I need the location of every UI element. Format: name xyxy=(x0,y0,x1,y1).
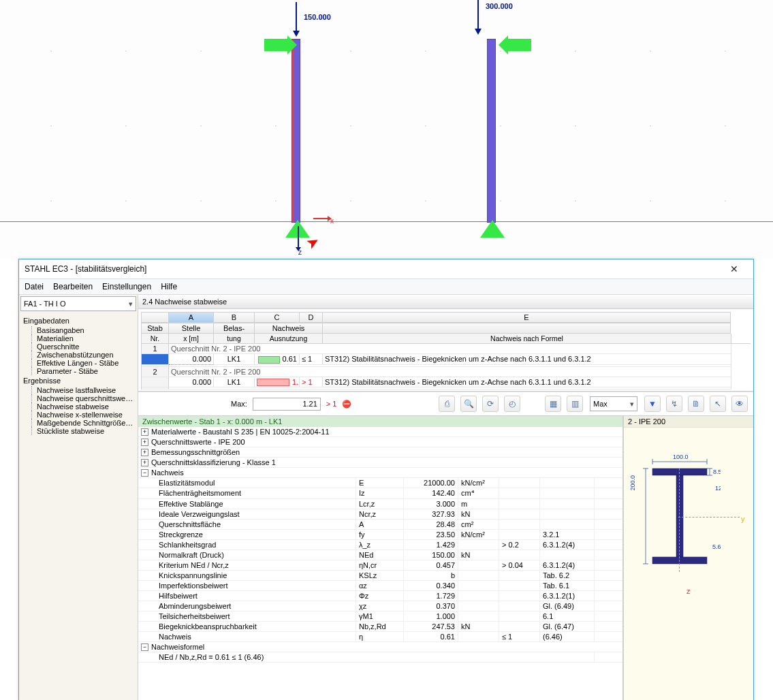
view-combo[interactable]: Max▾ xyxy=(590,396,637,411)
cell-ratio[interactable]: 0.61 xyxy=(255,354,300,365)
loadcase-combo[interactable]: FA1 - TH I O ▾ xyxy=(20,296,136,311)
col-nr: Nr. xyxy=(142,334,169,343)
tool-icon[interactable]: 🗎 xyxy=(688,396,704,412)
tree-by-lc[interactable]: Nachweise lastfallweise xyxy=(31,386,133,394)
table-row[interactable]: 2 Querschnitt Nr. 2 - IPE 200 xyxy=(141,367,751,377)
tree-by-cs[interactable]: Nachweise querschnittsweise xyxy=(31,394,133,402)
z-axis-line xyxy=(679,468,680,572)
tool-icon[interactable]: 🔍 xyxy=(460,396,477,412)
tool-icon[interactable]: ⎙ xyxy=(439,396,455,412)
cell-cmp: ≤ 1 xyxy=(300,354,323,365)
local-x-axis xyxy=(313,218,328,219)
detail-panel[interactable]: Zwischenwerte - Stab 1 - x: 0.000 m - LK… xyxy=(138,416,623,700)
results-grid[interactable]: A B C D E Stab Stelle Belas- Nachweis Nr… xyxy=(138,309,753,392)
tree-governing[interactable]: Maßgebende Schnittgrößen stabweise xyxy=(31,419,133,427)
rownum: 2 xyxy=(142,367,169,377)
cell-desc: ST312) Stabilitätsnachweis - Biegeknicke… xyxy=(323,377,731,388)
tree-by-x[interactable]: Nachweise x-stellenweise xyxy=(31,411,133,419)
member-2[interactable] xyxy=(487,39,496,223)
cell-x[interactable]: 0.000 xyxy=(169,377,214,388)
tree-basis[interactable]: Basisangaben xyxy=(31,326,133,334)
detail-row: FlächenträgheitsmomentIz142.40cm⁴ xyxy=(138,488,622,499)
col-formel: Nachweis nach Formel xyxy=(323,334,731,343)
table-row[interactable]: 1 Querschnitt Nr. 2 - IPE 200 xyxy=(141,344,751,354)
ibeam-icon: 100.0 8.5 12.0 5.6 xyxy=(639,448,721,584)
close-icon[interactable]: ✕ xyxy=(721,264,748,274)
detail-category[interactable]: −Nachweisformel xyxy=(138,642,622,652)
cell-lk[interactable]: LK1 xyxy=(214,377,255,388)
tool-icon[interactable]: ↯ xyxy=(666,396,682,412)
table-row[interactable]: 0.000 LK1 0.61 ≤ 1 ST312) Stabilitätsnac… xyxy=(141,354,751,365)
tree-sections[interactable]: Querschnitte xyxy=(31,343,133,351)
table-row[interactable]: 0.000 LK1 1.21 > 1 ST312) Stabilitätsnac… xyxy=(141,377,751,388)
tree-results-header[interactable]: Ergebnisse xyxy=(23,377,133,385)
menu-help[interactable]: Hilfe xyxy=(161,282,177,291)
grid-dots xyxy=(0,0,773,259)
detail-row: HilfsbeiwertΦz1.7296.3.1.2(1) xyxy=(138,591,622,601)
member-1[interactable] xyxy=(291,39,300,223)
tool-icon[interactable]: ◴ xyxy=(504,396,520,412)
design-window: STAHL EC3 - [stabilitätsvergleich] ✕ Dat… xyxy=(18,259,754,700)
col-a[interactable]: A xyxy=(168,312,213,323)
tool-icon[interactable]: ▦ xyxy=(545,396,561,412)
cell-lk[interactable]: LK1 xyxy=(214,354,255,365)
main-panel: 2.4 Nachweise stabweise A B C D E Stab S… xyxy=(138,295,753,700)
detail-category[interactable]: +Querschnittswerte - IPE 200 xyxy=(138,437,622,447)
dim-w: 100.0 xyxy=(673,454,689,460)
detail-category[interactable]: +Materialwerte - Baustahl S 235 | EN 100… xyxy=(138,427,622,437)
tree-parts[interactable]: Stückliste stabweise xyxy=(31,427,133,435)
tree-by-member[interactable]: Nachweise stabweise xyxy=(31,402,133,411)
detail-row: TeilsicherheitsbeiwertγM11.0006.1 xyxy=(138,611,622,622)
col-c[interactable]: C xyxy=(254,312,299,323)
tree-supports[interactable]: Zwischenabstützungen xyxy=(31,351,133,359)
combo-value: FA1 - TH I O xyxy=(24,300,66,308)
titlebar[interactable]: STAHL EC3 - [stabilitätsvergleich] ✕ xyxy=(19,259,753,279)
detail-category[interactable]: +Querschnittsklassifizierung - Klasse 1 xyxy=(138,458,622,468)
col-ausnutzung: Ausnutzung xyxy=(255,334,323,343)
max-input[interactable] xyxy=(253,398,321,411)
detail-row: BiegeknickbeanspruchbarkeitNb,z,Rd247.53… xyxy=(138,622,622,632)
tool-icon[interactable]: ↖ xyxy=(710,396,726,412)
model-viewport[interactable]: 150.000 x z ➤ 300.000 xyxy=(0,0,773,259)
nav-tree[interactable]: Eingabedaten Basisangaben Materialien Qu… xyxy=(19,313,138,438)
cell-cmp: > 1 xyxy=(300,377,323,388)
detail-row: Ideale VerzweigungslastNcr,z327.93kN xyxy=(138,509,622,520)
panel-title: 2.4 Nachweise stabweise xyxy=(138,295,753,309)
detail-row: Normalkraft (Druck)NEd150.00kN xyxy=(138,550,622,560)
col-b[interactable]: B xyxy=(213,312,254,323)
eye-icon[interactable]: 👁 xyxy=(731,396,748,412)
tree-lengths[interactable]: Effektive Längen - Stäbe xyxy=(31,359,133,367)
tool-icon[interactable]: ⟳ xyxy=(482,396,499,412)
cell-desc: ST312) Stabilitätsnachweis - Biegeknicke… xyxy=(323,354,731,365)
local-z-axis xyxy=(298,226,299,248)
support-bottom-2 xyxy=(480,220,505,238)
menu-edit[interactable]: Bearbeiten xyxy=(53,282,93,291)
z-axis-label: z xyxy=(298,249,302,256)
section-label: Querschnitt Nr. 2 - IPE 200 xyxy=(169,344,731,354)
dim-tf: 8.5 xyxy=(713,468,721,475)
col-e[interactable]: E xyxy=(322,312,731,323)
load-value-1: 150.000 xyxy=(304,13,331,21)
col-stab: Stab xyxy=(141,323,168,334)
detail-row: Kriterium NEd / Ncr,zηN,cr0.457> 0.046.3… xyxy=(138,560,622,571)
filter-icon[interactable]: ▼ xyxy=(644,396,661,412)
tree-materials[interactable]: Materialien xyxy=(31,334,133,343)
col-tung: tung xyxy=(214,334,255,343)
menu-file[interactable]: Datei xyxy=(25,282,44,291)
tree-input-header[interactable]: Eingabedaten xyxy=(23,317,133,325)
window-title: STAHL EC3 - [stabilitätsvergleich] xyxy=(25,264,146,274)
detail-title: Zwischenwerte - Stab 1 - x: 0.000 m - LK… xyxy=(138,416,622,427)
detail-category[interactable]: −Nachweis xyxy=(138,468,622,478)
menu-settings[interactable]: Einstellungen xyxy=(102,282,151,291)
cell-x[interactable]: 0.000 xyxy=(169,354,214,365)
col-d[interactable]: D xyxy=(299,312,322,323)
tree-params[interactable]: Parameter - Stäbe xyxy=(31,367,133,375)
detail-row: KnickspannungslinieKSLzbTab. 6.2 xyxy=(138,571,622,581)
load-arrow-1: 150.000 xyxy=(293,2,300,37)
detail-category[interactable]: +Bemessungsschnittgrößen xyxy=(138,447,622,458)
cell-ratio[interactable]: 1.21 xyxy=(255,377,300,388)
grid-toolbar: Max: > 1 ⛔ ⎙ 🔍 ⟳ ◴ ▦ ▥ Max▾ ▼ ↯ 🗎 ↖ 👁 xyxy=(138,392,753,416)
tool-icon[interactable]: ▥ xyxy=(567,396,583,412)
table-row-spacer xyxy=(141,387,751,389)
section-title: 2 - IPE 200 xyxy=(624,416,753,428)
